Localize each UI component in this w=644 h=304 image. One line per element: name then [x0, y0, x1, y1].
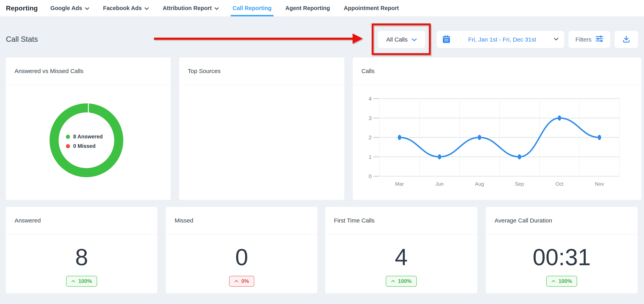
nav-tabs: Google Ads Facebook Ads Attribution Repo… [50, 0, 399, 16]
top-sources-card: Top Sources [179, 58, 344, 200]
calendar-icon [442, 35, 450, 44]
chevron-down-icon [144, 7, 149, 10]
svg-text:Sep: Sep [515, 181, 524, 187]
page-title: Call Stats [6, 35, 38, 44]
donut-legend: 8 Answered 0 Missed [66, 133, 103, 150]
app-title: Reporting [6, 4, 38, 12]
kpi-delta-badge: 100% [386, 276, 417, 287]
svg-text:3: 3 [368, 115, 372, 121]
caret-up-icon [234, 280, 238, 282]
call-reporting-dashboard: Reporting Google Ads Facebook Ads Attrib… [0, 0, 644, 304]
kpi-value: 8 [75, 244, 88, 271]
svg-text:2: 2 [368, 134, 372, 140]
annotation-arrow-head [352, 34, 363, 44]
tab-google-ads[interactable]: Google Ads [50, 0, 89, 16]
date-range-label: Fri, Jan 1st - Fri, Dec 31st [450, 36, 554, 43]
answered-vs-missed-card: Answered vs Missed Calls 8 Answered 0 Mi… [6, 58, 171, 200]
annotation-arrow-shaft [154, 38, 353, 40]
filters-button[interactable]: Filters [568, 31, 610, 48]
legend-item-answered[interactable]: 8 Answered [66, 133, 103, 140]
date-range-picker[interactable]: Fri, Jan 1st - Fri, Dec 31st [437, 31, 564, 48]
kpi-title: First Time Calls [325, 207, 477, 234]
caret-up-icon [71, 280, 76, 282]
answered-kpi-card: Answered 8 100% [6, 207, 157, 293]
svg-text:4: 4 [368, 96, 372, 102]
average-call-duration-kpi-card: Average Call Duration 00:31 100% [486, 207, 638, 293]
caret-up-icon [391, 280, 395, 282]
kpi-value: 4 [395, 244, 408, 271]
svg-text:Aug: Aug [475, 181, 484, 187]
kpi-value: 00:31 [533, 244, 591, 271]
svg-text:0: 0 [368, 173, 372, 179]
first-time-calls-kpi-card: First Time Calls 4 100% [325, 207, 477, 293]
chevron-down-icon [214, 7, 219, 10]
tab-call-reporting[interactable]: Call Reporting [233, 0, 272, 16]
kpi-title: Answered [6, 207, 157, 234]
answered-legend-dot [66, 135, 70, 139]
chevron-down-icon [412, 36, 417, 43]
missed-legend-dot [66, 144, 70, 148]
tab-attribution-report[interactable]: Attribution Report [162, 0, 219, 16]
svg-text:Mar: Mar [395, 181, 404, 187]
download-icon [622, 36, 630, 44]
caret-up-icon [552, 280, 556, 282]
chevron-down-icon [554, 38, 559, 42]
kpi-delta-badge: 100% [546, 276, 577, 287]
card-title: Answered vs Missed Calls [6, 58, 171, 85]
download-button[interactable] [614, 31, 638, 48]
kpi-delta-badge: 0% [229, 276, 254, 287]
call-type-dropdown[interactable]: All Calls [378, 31, 425, 48]
tab-agent-reporting[interactable]: Agent Reporting [285, 0, 330, 16]
kpi-title: Average Call Duration [486, 207, 638, 234]
sliders-icon [596, 36, 603, 44]
card-title: Top Sources [179, 58, 344, 85]
tab-appointment-report[interactable]: Appointment Report [344, 0, 399, 16]
calls-line-chart[interactable]: 01234MarJunAugSepOctNov [353, 58, 641, 200]
annotation-arrow [154, 34, 363, 44]
tab-facebook-ads[interactable]: Facebook Ads [103, 0, 149, 16]
calls-card: Calls 01234MarJunAugSepOctNov [353, 58, 641, 200]
chevron-down-icon [85, 7, 89, 10]
svg-text:Jun: Jun [435, 181, 444, 187]
top-navbar: Reporting Google Ads Facebook Ads Attrib… [0, 0, 644, 17]
legend-item-missed[interactable]: 0 Missed [66, 142, 103, 150]
missed-kpi-card: Missed 0 0% [166, 207, 318, 293]
svg-text:Oct: Oct [556, 181, 564, 187]
svg-text:Nov: Nov [595, 181, 604, 187]
donut-slice-gap [88, 103, 89, 113]
kpi-delta-badge: 100% [66, 276, 97, 287]
kpi-title: Missed [166, 207, 318, 234]
kpi-value: 0 [235, 244, 248, 271]
svg-text:1: 1 [368, 154, 372, 160]
